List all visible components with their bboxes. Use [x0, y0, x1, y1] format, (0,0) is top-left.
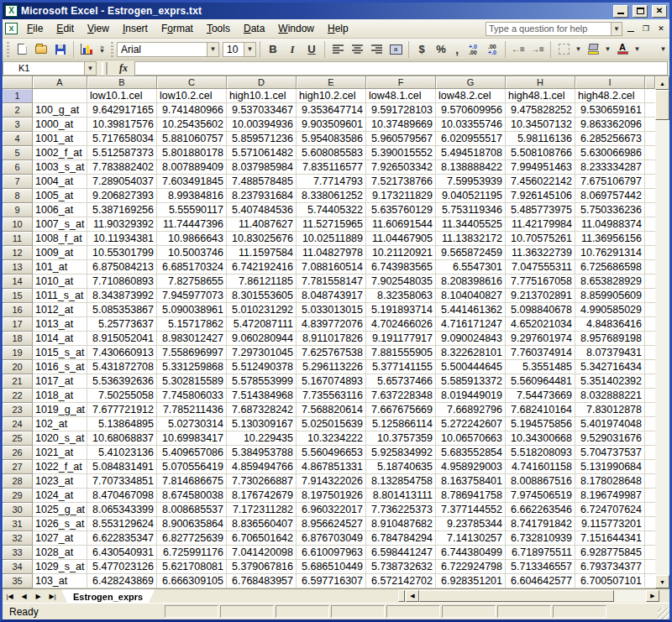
cell[interactable]: 7.781558147: [297, 274, 366, 289]
cell[interactable]: 1020_s_at: [33, 431, 87, 446]
cell[interactable]: 10.3234222: [297, 431, 366, 446]
cell[interactable]: 1001_at: [33, 132, 87, 146]
row-header-24[interactable]: 24: [3, 417, 33, 431]
cell[interactable]: 8.470467098: [87, 489, 157, 503]
cell[interactable]: 8.196749987: [575, 489, 645, 503]
font-name-select[interactable]: Arial ▼: [117, 42, 219, 57]
cell[interactable]: 8.138888422: [436, 160, 506, 175]
column-header-e[interactable]: E: [297, 76, 366, 89]
cell[interactable]: 8.338061252: [297, 189, 366, 203]
cell[interactable]: 1002_f_at: [33, 146, 87, 160]
cell[interactable]: [645, 360, 655, 374]
cell[interactable]: 8.915052041: [87, 332, 157, 346]
column-header-a[interactable]: A: [33, 76, 87, 89]
cell[interactable]: 5.859571236: [227, 132, 297, 146]
cell[interactable]: 5.377141155: [366, 360, 436, 374]
cell[interactable]: 8.048743917: [297, 289, 366, 303]
cell[interactable]: 6.743983565: [366, 260, 436, 274]
cell[interactable]: [645, 317, 655, 332]
cell[interactable]: low10.1.cel: [87, 89, 157, 103]
cell[interactable]: 7.745806033: [157, 389, 227, 403]
cell[interactable]: 6.685170324: [157, 260, 227, 274]
cell[interactable]: [645, 303, 655, 317]
cell[interactable]: 5.560496653: [297, 446, 366, 460]
cell[interactable]: 4.958929003: [436, 460, 506, 474]
cell[interactable]: 7.835116577: [297, 160, 366, 175]
row-header-3[interactable]: 3: [3, 118, 33, 132]
chart-wizard-button[interactable]: [77, 41, 96, 58]
cell[interactable]: 10.34507132: [506, 118, 575, 132]
cell[interactable]: 7.7714793: [297, 175, 366, 189]
currency-button[interactable]: $: [412, 41, 431, 58]
cell[interactable]: 8.957689198: [575, 332, 645, 346]
cell[interactable]: 10.76291314: [575, 246, 645, 260]
italic-button[interactable]: I: [283, 41, 302, 58]
cell[interactable]: 1026_s_at: [33, 517, 87, 531]
cell[interactable]: 11.74447396: [157, 217, 227, 232]
cell[interactable]: 10.3757359: [366, 431, 436, 446]
align-left-button[interactable]: [328, 41, 347, 58]
cell[interactable]: 5.578553999: [227, 374, 297, 389]
column-header-d[interactable]: D: [227, 76, 297, 89]
row-header-34[interactable]: 34: [3, 560, 33, 574]
cell[interactable]: 7.66892796: [436, 403, 506, 417]
cell[interactable]: 5.13864895: [87, 417, 157, 431]
cell[interactable]: 5.131990684: [575, 460, 645, 474]
cell[interactable]: 5.560964481: [506, 374, 575, 389]
font-size-select[interactable]: 10 ▼: [223, 42, 256, 57]
cell[interactable]: 5.401974048: [575, 417, 645, 431]
cell[interactable]: 5.098840678: [506, 303, 575, 317]
underline-button[interactable]: U: [302, 41, 321, 58]
cell[interactable]: 4.741601158: [506, 460, 575, 474]
cell[interactable]: 6.768483957: [227, 574, 297, 588]
cell[interactable]: 8.859905609: [575, 289, 645, 303]
cell[interactable]: 6.604642577: [506, 574, 575, 588]
cell[interactable]: 9.353647714: [297, 103, 366, 118]
cell[interactable]: 7.785211436: [157, 403, 227, 417]
cell[interactable]: 5.960579567: [366, 132, 436, 146]
cell[interactable]: 9.741480966: [157, 103, 227, 118]
cell[interactable]: 7.047555311: [506, 260, 575, 274]
cell[interactable]: 7.902548035: [366, 274, 436, 289]
row-header-32[interactable]: 32: [3, 531, 33, 546]
cell[interactable]: 1004_at: [33, 175, 87, 189]
cell[interactable]: 7.814686675: [157, 474, 227, 489]
cell[interactable]: 7.514384968: [227, 389, 297, 403]
cell[interactable]: [645, 446, 655, 460]
cell[interactable]: 5.41023136: [87, 446, 157, 460]
cell[interactable]: 1018_at: [33, 389, 87, 403]
cell[interactable]: 6.597716307: [297, 574, 366, 588]
cell[interactable]: [645, 260, 655, 274]
row-header-1[interactable]: 1: [3, 89, 33, 103]
cell[interactable]: 11.1597584: [227, 246, 297, 260]
cell[interactable]: 4.702466026: [366, 317, 436, 332]
cell[interactable]: [645, 246, 655, 260]
cell[interactable]: 11.04988374: [575, 217, 645, 232]
menu-edit[interactable]: Edit: [50, 20, 81, 37]
cell[interactable]: 7.430660913: [87, 346, 157, 360]
cell[interactable]: 8.007889409: [157, 160, 227, 175]
cell[interactable]: 5.98116136: [506, 132, 575, 146]
row-header-5[interactable]: 5: [3, 146, 33, 160]
column-header-g[interactable]: G: [436, 76, 506, 89]
column-header-h[interactable]: H: [506, 76, 575, 89]
cell[interactable]: 5.571061482: [227, 146, 297, 160]
cell[interactable]: 5.15717862: [157, 317, 227, 332]
cell[interactable]: 6.875084213: [87, 260, 157, 274]
cell[interactable]: 6.598441247: [366, 546, 436, 560]
row-header-31[interactable]: 31: [3, 517, 33, 531]
tab-prev-button[interactable]: ◀: [17, 589, 31, 603]
cell[interactable]: 6.725686598: [575, 260, 645, 274]
cell[interactable]: 6.725991176: [157, 546, 227, 560]
cell[interactable]: 5.351402392: [575, 374, 645, 389]
cell[interactable]: 6.928775845: [575, 546, 645, 560]
cell[interactable]: 6.662263546: [506, 503, 575, 517]
workbook-restore-button[interactable]: ❐: [639, 23, 653, 34]
cell[interactable]: 9.191177917: [366, 332, 436, 346]
cell[interactable]: 8.008685537: [157, 503, 227, 517]
cell[interactable]: 5.010231292: [227, 303, 297, 317]
cell[interactable]: 8.132854758: [366, 474, 436, 489]
cell[interactable]: 5.431872708: [87, 360, 157, 374]
cell[interactable]: 1000_at: [33, 118, 87, 132]
cell[interactable]: [645, 160, 655, 175]
